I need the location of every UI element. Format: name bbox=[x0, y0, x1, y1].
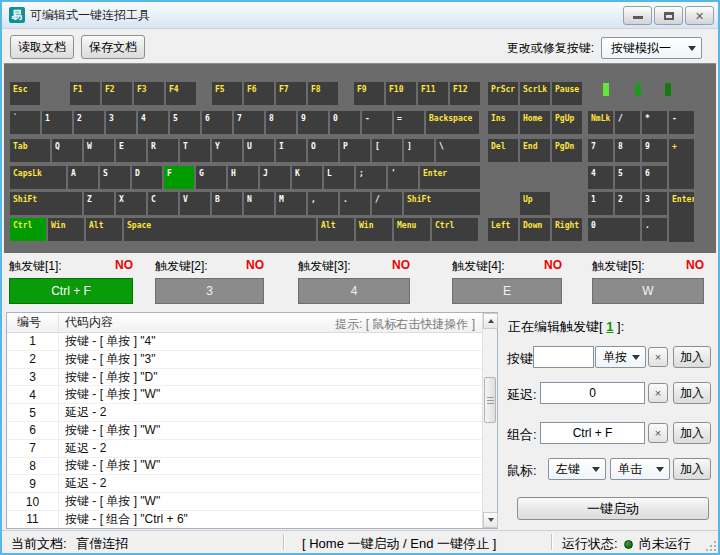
key-sym[interactable]: - bbox=[669, 111, 694, 134]
key-mode-select[interactable]: 按键模拟一 bbox=[601, 37, 702, 59]
key-up[interactable]: Up bbox=[520, 192, 550, 215]
key-alt[interactable]: Alt bbox=[318, 218, 354, 241]
key-m[interactable]: M bbox=[276, 192, 306, 215]
key-home[interactable]: Home bbox=[520, 111, 550, 134]
key-z[interactable]: Z bbox=[84, 192, 114, 215]
key-pgup[interactable]: PgUp bbox=[552, 111, 582, 134]
key-g[interactable]: G bbox=[196, 166, 226, 189]
key-sym[interactable]: / bbox=[615, 111, 640, 134]
key-j[interactable]: J bbox=[260, 166, 290, 189]
key-t[interactable]: T bbox=[180, 139, 210, 162]
key-1[interactable]: 1 bbox=[42, 111, 72, 134]
key-esc[interactable]: Esc bbox=[10, 82, 40, 105]
key-y[interactable]: Y bbox=[212, 139, 242, 162]
key-1[interactable]: 1 bbox=[588, 192, 613, 215]
key-k[interactable]: K bbox=[292, 166, 322, 189]
trigger-key-button-1[interactable]: Ctrl + F bbox=[9, 278, 133, 304]
key-a[interactable]: A bbox=[68, 166, 98, 189]
key-9[interactable]: 9 bbox=[642, 139, 667, 162]
close-button[interactable] bbox=[685, 6, 714, 25]
key-backspace[interactable]: Backspace bbox=[426, 111, 479, 134]
key-f[interactable]: F bbox=[164, 166, 194, 189]
key-pause[interactable]: Pause bbox=[552, 82, 582, 105]
key-w[interactable]: W bbox=[84, 139, 114, 162]
key-f9[interactable]: F9 bbox=[354, 82, 384, 105]
combo-add-button[interactable]: 加入 bbox=[673, 422, 711, 444]
key-f3[interactable]: F3 bbox=[134, 82, 164, 105]
key-sym[interactable]: - bbox=[362, 111, 392, 134]
key-right[interactable]: Right bbox=[552, 218, 582, 241]
table-scrollbar[interactable] bbox=[482, 313, 497, 528]
key-input[interactable] bbox=[533, 346, 594, 368]
key-0[interactable]: 0 bbox=[588, 218, 640, 241]
maximize-button[interactable] bbox=[654, 6, 683, 25]
table-row[interactable]: 6按键 - [ 单按 ] "W" bbox=[7, 422, 482, 440]
key-7[interactable]: 7 bbox=[588, 139, 613, 162]
key-add-button[interactable]: 加入 bbox=[673, 346, 711, 368]
key-sym[interactable]: + bbox=[669, 139, 694, 189]
scrollbar-thumb[interactable] bbox=[484, 377, 496, 423]
table-row[interactable]: 11按键 - [ 组合 ] "Ctrl + 6" bbox=[7, 511, 482, 528]
key-4[interactable]: 4 bbox=[588, 166, 613, 189]
table-row[interactable]: 1按键 - [ 单按 ] "4" bbox=[7, 333, 482, 351]
key-menu[interactable]: Menu bbox=[394, 218, 430, 241]
table-row[interactable]: 8按键 - [ 单按 ] "W" bbox=[7, 458, 482, 476]
key-r[interactable]: R bbox=[148, 139, 178, 162]
key-tab[interactable]: Tab bbox=[10, 139, 50, 162]
key-5[interactable]: 5 bbox=[615, 166, 640, 189]
table-row[interactable]: 7延迟 - 2 bbox=[7, 440, 482, 458]
table-row[interactable]: 3按键 - [ 单按 ] "D" bbox=[7, 369, 482, 387]
key-ctrl[interactable]: Ctrl bbox=[432, 218, 478, 241]
table-row[interactable]: 10按键 - [ 单按 ] "W" bbox=[7, 493, 482, 511]
key-8[interactable]: 8 bbox=[266, 111, 296, 134]
key-capslk[interactable]: CapsLk bbox=[10, 166, 66, 189]
key-prscr[interactable]: PrScr bbox=[488, 82, 518, 105]
key-6[interactable]: 6 bbox=[642, 166, 667, 189]
key-scrlk[interactable]: ScrLk bbox=[520, 82, 550, 105]
key-sym[interactable]: [ bbox=[372, 139, 402, 162]
key-sym[interactable]: ' bbox=[388, 166, 418, 189]
key-sym[interactable]: * bbox=[642, 111, 667, 134]
key-s[interactable]: S bbox=[100, 166, 130, 189]
key-p[interactable]: P bbox=[340, 139, 370, 162]
key-7[interactable]: 7 bbox=[234, 111, 264, 134]
key-f1[interactable]: F1 bbox=[70, 82, 100, 105]
key-f11[interactable]: F11 bbox=[418, 82, 448, 105]
key-4[interactable]: 4 bbox=[138, 111, 168, 134]
key-e[interactable]: E bbox=[116, 139, 146, 162]
key-enter[interactable]: Enter bbox=[669, 192, 694, 242]
key-sym[interactable]: ; bbox=[356, 166, 386, 189]
key-press-mode-select[interactable]: 单按 bbox=[595, 346, 646, 368]
key-f5[interactable]: F5 bbox=[212, 82, 242, 105]
trigger-key-button-5[interactable]: W bbox=[592, 278, 704, 304]
key-b[interactable]: B bbox=[212, 192, 242, 215]
key-alt[interactable]: Alt bbox=[86, 218, 122, 241]
scroll-down-button[interactable] bbox=[483, 512, 498, 528]
key-sym[interactable]: ] bbox=[404, 139, 434, 162]
key-sym[interactable]: / bbox=[372, 192, 402, 215]
read-doc-button[interactable]: 读取文档 bbox=[10, 35, 74, 59]
table-row[interactable]: 9延迟 - 2 bbox=[7, 475, 482, 493]
key-nmlk[interactable]: NmLk bbox=[588, 111, 613, 134]
key-delete-button[interactable]: × bbox=[648, 347, 668, 367]
key-v[interactable]: V bbox=[180, 192, 210, 215]
key-3[interactable]: 3 bbox=[642, 192, 667, 215]
minimize-button[interactable] bbox=[623, 6, 652, 25]
table-row[interactable]: 4按键 - [ 单按 ] "W" bbox=[7, 386, 482, 404]
key-6[interactable]: 6 bbox=[202, 111, 232, 134]
key-c[interactable]: C bbox=[148, 192, 178, 215]
key-q[interactable]: Q bbox=[52, 139, 82, 162]
key-ins[interactable]: Ins bbox=[488, 111, 518, 134]
combo-delete-button[interactable]: × bbox=[648, 423, 668, 443]
key-enter[interactable]: Enter bbox=[420, 166, 480, 189]
scroll-up-button[interactable] bbox=[483, 313, 498, 329]
key-sym[interactable]: = bbox=[394, 111, 424, 134]
key-3[interactable]: 3 bbox=[106, 111, 136, 134]
key-space[interactable]: Space bbox=[124, 218, 316, 241]
key-f12[interactable]: F12 bbox=[450, 82, 480, 105]
trigger-key-button-4[interactable]: E bbox=[452, 278, 562, 304]
key-shift[interactable]: ShiFt bbox=[404, 192, 480, 215]
key-d[interactable]: D bbox=[132, 166, 162, 189]
one-key-start-button[interactable]: 一键启动 bbox=[517, 497, 709, 520]
key-win[interactable]: Win bbox=[356, 218, 392, 241]
